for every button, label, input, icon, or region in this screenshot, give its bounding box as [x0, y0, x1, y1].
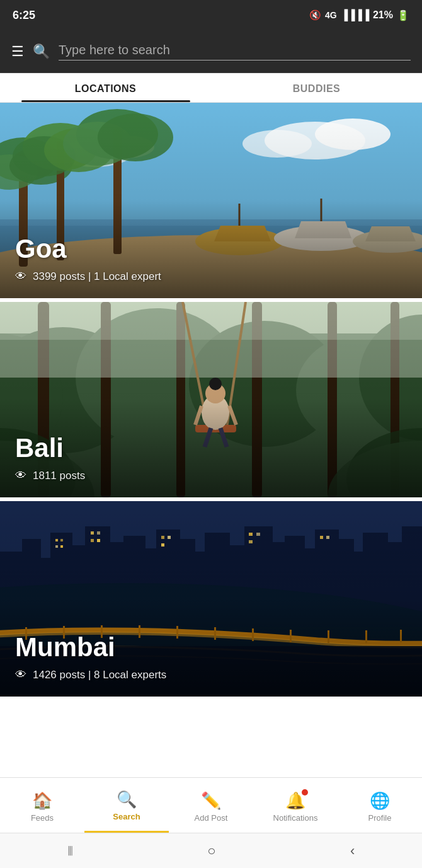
notification-dot [302, 789, 308, 796]
card-content-bali: Bali 👁 1811 posts [15, 434, 85, 482]
profile-label: Profile [368, 813, 392, 823]
network-icon: 4G [325, 10, 337, 20]
goa-meta: 👁 3399 posts | 1 Local expert [15, 270, 161, 283]
feeds-label: Feeds [31, 813, 54, 823]
location-card-bali[interactable]: Bali 👁 1811 posts [0, 302, 422, 497]
signal-bars: ▐▐▐▐ [341, 9, 369, 21]
nav-add-post[interactable]: ✏️ Add Post [169, 778, 253, 833]
tab-buddies[interactable]: BUDDIES [211, 73, 422, 102]
back-button[interactable]: ‹ [350, 843, 355, 859]
nav-feeds[interactable]: 🏠 Feeds [0, 778, 84, 833]
mumbai-posts: 1426 posts | 8 Local experts [33, 669, 166, 681]
notifications-label: Notifications [273, 813, 318, 823]
recents-button[interactable]: ⦀ [67, 843, 73, 859]
location-card-mumbai[interactable]: Mumbai 👁 1426 posts | 8 Local experts [0, 501, 422, 697]
search-icon: 🔍 [33, 43, 50, 60]
search-input[interactable]: Type here to search [59, 43, 411, 61]
home-button[interactable]: ○ [207, 843, 215, 859]
nav-notifications[interactable]: 🔔 Notifications [253, 778, 338, 833]
bottom-nav: 🏠 Feeds 🔍 Search ✏️ Add Post 🔔 Notificat… [0, 777, 422, 833]
system-nav: ⦀ ○ ‹ [0, 833, 422, 868]
bali-title: Bali [15, 434, 85, 463]
goa-eye-icon: 👁 [15, 270, 26, 283]
mumbai-eye-icon: 👁 [15, 668, 26, 681]
content-area: Goa 👁 3399 posts | 1 Local expert [0, 103, 422, 791]
tabs-row: LOCATIONS BUDDIES [0, 73, 422, 103]
goa-posts: 3399 posts | 1 Local expert [33, 270, 161, 283]
status-bar: 6:25 🔇 4G ▐▐▐▐ 21% 🔋 [0, 0, 422, 30]
status-right: 🔇 4G ▐▐▐▐ 21% 🔋 [309, 9, 409, 21]
card-content-mumbai: Mumbai 👁 1426 posts | 8 Local experts [15, 633, 166, 681]
goa-title: Goa [15, 234, 161, 263]
battery: 21% [373, 9, 393, 21]
search-bar: ☰ 🔍 Type here to search [0, 30, 422, 73]
hamburger-icon[interactable]: ☰ [11, 43, 24, 60]
search-nav-icon: 🔍 [117, 790, 137, 809]
nav-profile[interactable]: 🌐 Profile [338, 778, 422, 833]
profile-icon: 🌐 [370, 791, 390, 811]
mumbai-meta: 👁 1426 posts | 8 Local experts [15, 668, 166, 681]
search-label: Search [113, 812, 140, 821]
bali-posts: 1811 posts [33, 470, 85, 482]
battery-icon: 🔋 [397, 9, 409, 21]
nav-search[interactable]: 🔍 Search [84, 778, 169, 833]
notifications-badge-wrap: 🔔 [285, 791, 305, 811]
feeds-icon: 🏠 [32, 791, 52, 811]
tab-locations[interactable]: LOCATIONS [0, 73, 211, 102]
bali-meta: 👁 1811 posts [15, 469, 85, 482]
bali-eye-icon: 👁 [15, 469, 26, 482]
card-content-goa: Goa 👁 3399 posts | 1 Local expert [15, 234, 161, 283]
add-post-label: Add Post [195, 813, 228, 823]
location-card-goa[interactable]: Goa 👁 3399 posts | 1 Local expert [0, 103, 422, 298]
time: 6:25 [13, 9, 35, 22]
mumbai-title: Mumbai [15, 633, 166, 662]
add-post-icon: ✏️ [201, 791, 221, 811]
mute-icon: 🔇 [309, 9, 321, 21]
